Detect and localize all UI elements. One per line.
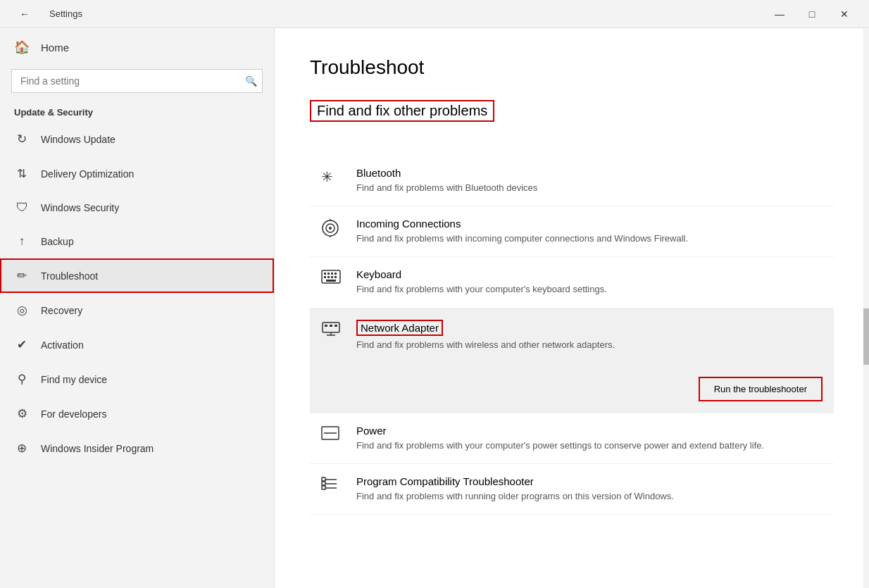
troubleshoot-item-incoming-connections[interactable]: Incoming Connections Find and fix proble…: [310, 206, 834, 257]
svg-rect-10: [324, 276, 326, 278]
svg-rect-12: [331, 276, 333, 278]
windows-security-label: Windows Security: [41, 202, 119, 213]
bluetooth-desc: Find and fix problems with Bluetooth dev…: [356, 182, 823, 194]
power-name: Power: [356, 425, 823, 437]
section-header: Find and fix other problems: [310, 100, 494, 122]
sidebar-item-windows-update[interactable]: ↻ Windows Update: [0, 122, 274, 156]
svg-rect-7: [327, 273, 330, 275]
network-adapter-name: Network Adapter: [356, 320, 443, 336]
home-label: Home: [41, 42, 69, 54]
windows-update-icon: ↻: [14, 132, 30, 146]
backup-label: Backup: [41, 236, 74, 247]
run-troubleshooter-button[interactable]: Run the troubleshooter: [699, 377, 823, 401]
incoming-connections-icon: [321, 219, 342, 241]
sidebar-section-title: Update & Security: [0, 101, 274, 122]
sidebar-item-home[interactable]: 🏠 Home: [0, 28, 274, 66]
search-box: 🔍: [11, 69, 263, 93]
activation-icon: ✔: [14, 337, 30, 352]
troubleshoot-item-network-adapter[interactable]: Network Adapter Find and fix problems wi…: [310, 308, 834, 413]
scrollbar[interactable]: [863, 28, 869, 588]
bluetooth-name: Bluetooth: [356, 167, 823, 179]
minimize-button[interactable]: —: [763, 0, 796, 28]
delivery-optimization-icon: ⇅: [14, 166, 30, 181]
svg-rect-14: [326, 280, 336, 282]
main-layout: 🏠 Home 🔍 Update & Security ↻ Windows Upd…: [0, 28, 869, 588]
activation-label: Activation: [41, 339, 84, 351]
sidebar-item-windows-security[interactable]: 🛡 Windows Security: [0, 191, 274, 225]
close-button[interactable]: ✕: [828, 0, 861, 28]
sidebar-item-activation[interactable]: ✔ Activation: [0, 327, 274, 362]
troubleshoot-item-keyboard[interactable]: Keyboard Find and fix problems with your…: [310, 257, 834, 308]
keyboard-name: Keyboard: [356, 268, 823, 280]
window-controls: — □ ✕: [763, 0, 861, 28]
incoming-connections-desc: Find and fix problems with incoming comp…: [356, 232, 823, 245]
maximize-button[interactable]: □: [796, 0, 828, 28]
troubleshoot-icon: ✏: [14, 268, 30, 283]
for-developers-label: For developers: [41, 408, 106, 420]
troubleshoot-item-power[interactable]: Power Find and fix problems with your co…: [310, 413, 834, 464]
program-compatibility-icon: [321, 477, 342, 496]
svg-rect-19: [330, 325, 332, 327]
app-title: Settings: [49, 8, 82, 19]
svg-rect-11: [327, 276, 330, 278]
sidebar: 🏠 Home 🔍 Update & Security ↻ Windows Upd…: [0, 28, 275, 588]
sidebar-item-for-developers[interactable]: ⚙ For developers: [0, 396, 274, 431]
bluetooth-icon: ✳: [321, 168, 342, 185]
sidebar-item-windows-insider[interactable]: ⊕ Windows Insider Program: [0, 431, 274, 465]
svg-rect-6: [324, 273, 326, 275]
svg-point-2: [329, 227, 332, 230]
search-input[interactable]: [11, 69, 263, 93]
content-area: Troubleshoot Find and fix other problems…: [275, 28, 869, 588]
for-developers-icon: ⚙: [14, 406, 30, 421]
title-bar: ← Settings — □ ✕: [0, 0, 869, 28]
power-icon: [321, 426, 342, 444]
back-icon: ←: [20, 8, 30, 20]
troubleshoot-item-bluetooth[interactable]: ✳ Bluetooth Find and fix problems with B…: [310, 156, 834, 206]
svg-rect-20: [335, 325, 337, 327]
scrollbar-thumb[interactable]: [863, 308, 869, 365]
page-title: Troubleshoot: [310, 56, 834, 79]
svg-rect-15: [323, 323, 339, 332]
power-desc: Find and fix problems with your computer…: [356, 439, 823, 452]
svg-rect-26: [322, 477, 325, 481]
svg-rect-27: [322, 482, 325, 485]
sidebar-item-delivery-optimization[interactable]: ⇅ Delivery Optimization: [0, 156, 274, 191]
keyboard-icon: [321, 270, 342, 288]
network-adapter-desc: Find and fix problems with wireless and …: [356, 339, 823, 351]
find-my-device-label: Find my device: [41, 374, 107, 385]
sidebar-item-backup[interactable]: ↑ Backup: [0, 225, 274, 258]
windows-insider-icon: ⊕: [14, 441, 30, 456]
troubleshoot-label: Troubleshoot: [41, 270, 98, 282]
find-my-device-icon: ⚲: [14, 372, 30, 387]
recovery-icon: ◎: [14, 303, 30, 318]
svg-rect-9: [335, 273, 337, 275]
backup-icon: ↑: [14, 234, 30, 249]
sidebar-item-recovery[interactable]: ◎ Recovery: [0, 293, 274, 327]
sidebar-item-troubleshoot[interactable]: ✏ Troubleshoot: [0, 258, 274, 293]
delivery-optimization-label: Delivery Optimization: [41, 168, 134, 180]
windows-security-icon: 🛡: [14, 201, 30, 215]
home-icon: 🏠: [14, 39, 30, 55]
keyboard-desc: Find and fix problems with your computer…: [356, 283, 823, 296]
svg-rect-8: [331, 273, 333, 275]
search-button[interactable]: 🔍: [245, 75, 257, 87]
recovery-label: Recovery: [41, 305, 82, 316]
windows-update-label: Windows Update: [41, 134, 115, 145]
back-button[interactable]: ←: [8, 0, 41, 28]
svg-rect-13: [335, 276, 337, 278]
svg-rect-28: [322, 486, 325, 489]
program-compatibility-desc: Find and fix problems with running older…: [356, 490, 823, 503]
network-adapter-icon: [321, 321, 342, 341]
sidebar-item-find-my-device[interactable]: ⚲ Find my device: [0, 362, 274, 396]
troubleshoot-item-program-compatibility[interactable]: Program Compatibility Troubleshooter Fin…: [310, 464, 834, 515]
incoming-connections-name: Incoming Connections: [356, 218, 823, 230]
svg-rect-18: [325, 325, 327, 327]
windows-insider-label: Windows Insider Program: [41, 443, 154, 454]
program-compatibility-name: Program Compatibility Troubleshooter: [356, 475, 823, 487]
